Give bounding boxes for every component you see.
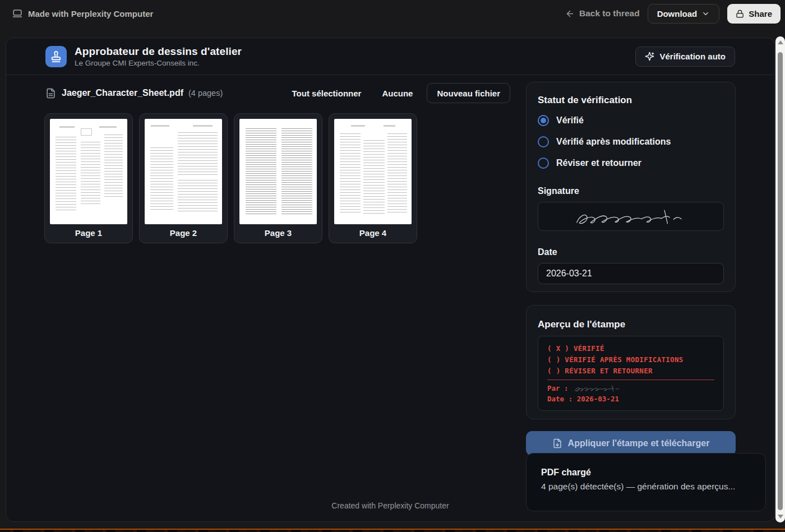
stamp-date-line: Date : 2026-03-21 (547, 394, 714, 405)
page-title: Approbateur de dessins d'atelier (75, 45, 242, 58)
stamp-preview-title: Aperçu de l'étampe (538, 306, 724, 330)
toast-title: PDF chargé (541, 468, 751, 478)
scrollbar-up-arrow[interactable] (778, 40, 783, 44)
made-with-badge: Made with Perplexity Computer (12, 8, 153, 18)
signature-field[interactable] (538, 202, 724, 231)
scrollbar-thumb[interactable] (778, 52, 783, 510)
date-input[interactable] (538, 263, 724, 284)
back-to-thread-link[interactable]: Back to thread (565, 8, 640, 18)
page-thumbnail-3[interactable]: Page 3 (234, 113, 322, 243)
sidebar: Statut de vérification Vérifié Vérifié a… (526, 82, 736, 456)
signature-image (561, 205, 701, 228)
bottom-edge-artifact (0, 530, 785, 532)
stamp-app-icon (45, 46, 67, 67)
radio-button-selected[interactable] (538, 115, 549, 126)
page-thumbnail-label: Page 2 (140, 228, 227, 238)
signature-label: Signature (538, 186, 724, 196)
stamp-signature-image (572, 383, 624, 393)
apply-stamp-download-button[interactable]: Appliquer l'étampe et télécharger (526, 431, 736, 456)
file-download-icon (552, 438, 562, 448)
page-thumbnail-label: Page 1 (45, 228, 132, 238)
app-header: Approbateur de dessins d'atelier Le Grou… (6, 38, 774, 75)
lock-icon (736, 10, 744, 18)
stamp-par-line: Par : (547, 382, 714, 394)
file-pages-badge: (4 pages) (188, 89, 223, 98)
page-thumbnail-2[interactable]: Page 2 (139, 113, 228, 243)
toast-message: 4 page(s) détectée(s) — génération des a… (541, 482, 751, 492)
page-thumbnail-label: Page 4 (329, 228, 417, 238)
app-panel: Approbateur de dessins d'atelier Le Grou… (6, 38, 775, 522)
radio-button[interactable] (538, 136, 549, 147)
radio-option-verified[interactable]: Vérifié (538, 114, 724, 127)
sparkles-icon (645, 52, 654, 61)
stamp-line-verified-modifications: ( ) VÉRIFIÉ APRÈS MODIFICATIONS (547, 354, 714, 366)
page-thumbnail-image (145, 119, 222, 224)
download-button[interactable]: Download (648, 4, 720, 24)
page-thumbnail-image (50, 119, 127, 224)
page-subtitle: Le Groupe CMI Experts-Conseils inc. (75, 59, 242, 67)
page-thumbnail-image (334, 119, 412, 224)
new-file-button[interactable]: Nouveau fichier (427, 83, 510, 103)
auto-verify-button[interactable]: Vérification auto (635, 47, 735, 67)
arrow-left-icon (565, 9, 575, 18)
radio-option-revise-and-return[interactable]: Réviser et retourner (538, 156, 724, 170)
stamp-divider (547, 380, 714, 380)
date-label: Date (538, 247, 724, 257)
made-with-label: Made with Perplexity Computer (28, 9, 153, 18)
share-button[interactable]: Share (727, 4, 781, 24)
file-icon (45, 88, 56, 99)
stamp-line-verified: ( X ) VÉRIFIÉ (547, 343, 714, 354)
radio-button[interactable] (538, 158, 549, 169)
page-thumbnail-1[interactable]: Page 1 (44, 113, 133, 243)
file-name: Jaeger_Character_Sheet.pdf (62, 88, 183, 98)
page-thumbnail-label: Page 3 (234, 228, 322, 238)
laptop-icon (12, 8, 22, 18)
stamp-line-revise-return: ( ) RÉVISER ET RETOURNER (547, 366, 714, 377)
scrollbar[interactable] (775, 36, 785, 522)
scrollbar-down-arrow[interactable] (778, 515, 783, 519)
status-card-title: Statut de vérification (538, 82, 724, 106)
top-bar: Made with Perplexity Computer Back to th… (0, 0, 785, 27)
stamp-preview-box: ( X ) VÉRIFIÉ ( ) VÉRIFIÉ APRÈS MODIFICA… (538, 336, 724, 411)
radio-option-verified-with-modifications[interactable]: Vérifié après modifications (538, 135, 724, 149)
page-thumbnail-image (239, 119, 317, 224)
stamp-preview-card: Aperçu de l'étampe ( X ) VÉRIFIÉ ( ) VÉR… (526, 305, 736, 419)
select-all-button[interactable]: Tout sélectionner (292, 89, 362, 98)
file-row: Jaeger_Character_Sheet.pdf (4 pages) Tou… (45, 83, 510, 103)
toast-notification[interactable]: PDF chargé 4 page(s) détectée(s) — génér… (526, 453, 766, 511)
select-none-button[interactable]: Aucune (382, 89, 413, 98)
verification-status-card: Statut de vérification Vérifié Vérifié a… (526, 82, 736, 292)
chevron-down-icon (701, 10, 710, 18)
page-thumbnail-4[interactable]: Page 4 (329, 113, 417, 243)
page-thumbnails: Page 1 Page 2 Page 3 Page 4 (44, 113, 417, 243)
